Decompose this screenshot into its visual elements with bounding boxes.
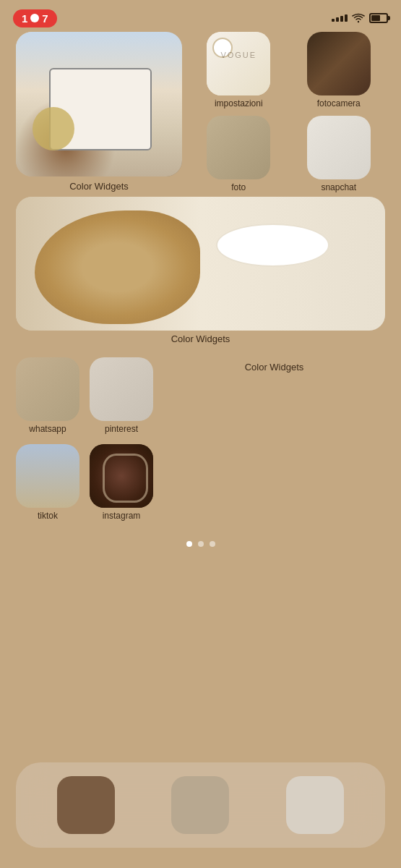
battery-icon <box>369 13 388 23</box>
row-1: Color Widgets impostazioni fotocamera <box>16 32 385 192</box>
app-icon-snapchat[interactable] <box>307 116 371 179</box>
signal-bar-4 <box>345 14 348 22</box>
fotocamera-image <box>307 32 371 95</box>
foto-image <box>207 116 270 179</box>
large-widget-container[interactable]: Color Widgets <box>163 357 385 373</box>
app-cell-impostazioni[interactable]: impostazioni <box>192 32 285 109</box>
medium-widget-label: Color Widgets <box>16 333 385 344</box>
dog-coffee-image <box>16 197 385 331</box>
app-cell-instagram[interactable]: instagram <box>90 444 153 521</box>
app-cell-fotocamera[interactable]: fotocamera <box>293 32 386 109</box>
home-screen: Color Widgets impostazioni fotocamera <box>0 32 401 547</box>
page-dot-1[interactable] <box>186 541 192 547</box>
app-label-pinterest: pinterest <box>105 424 138 434</box>
app-cell-whatsapp[interactable]: whatsapp <box>16 357 79 434</box>
big-widget-image <box>16 32 182 176</box>
svg-point-0 <box>358 21 359 22</box>
app-cell-foto[interactable]: foto <box>192 116 285 192</box>
app-cell-tiktok[interactable]: tiktok <box>16 444 79 521</box>
app-label-foto: foto <box>231 182 246 192</box>
impostazioni-bg <box>207 32 270 95</box>
battery-fill <box>371 15 380 21</box>
left-app-columns: whatsapp pinterest tiktok <box>16 357 153 521</box>
tiktok-image <box>16 444 79 508</box>
app-icon-pinterest[interactable] <box>90 357 153 421</box>
app-cell-snapchat[interactable]: snapchat <box>293 116 386 192</box>
dock-icon-2[interactable] <box>171 776 229 834</box>
instagram-image <box>90 444 153 508</box>
app-cell-pinterest[interactable]: pinterest <box>90 357 153 434</box>
signal-bar-3 <box>340 16 343 22</box>
app-label-snapchat: snapchat <box>321 182 356 192</box>
big-color-widget[interactable]: Color Widgets <box>16 32 182 192</box>
large-widget-label: Color Widgets <box>163 362 385 373</box>
app-label-impostazioni: impostazioni <box>215 98 263 109</box>
app-label-tiktok: tiktok <box>38 511 58 521</box>
snapchat-image <box>307 116 371 179</box>
page-dot-2[interactable] <box>198 541 204 547</box>
pinterest-image <box>90 357 153 421</box>
signal-bar-1 <box>332 19 335 22</box>
dock-icon-1[interactable] <box>57 776 115 834</box>
record-indicator: 1 7 <box>13 9 57 27</box>
app-icon-instagram[interactable] <box>90 444 153 508</box>
app-icon-fotocamera[interactable] <box>307 32 371 95</box>
medium-widget-image <box>16 197 385 331</box>
signal-bars-icon <box>332 14 348 22</box>
signal-bar-2 <box>336 17 339 22</box>
impostazioni-coffee <box>212 38 233 58</box>
status-left: 1 7 <box>13 9 57 27</box>
app-label-whatsapp: whatsapp <box>29 424 66 434</box>
record-number-left: 1 <box>22 12 27 25</box>
app-label-instagram: instagram <box>103 511 141 521</box>
record-dot <box>30 14 39 22</box>
big-widget-label: Color Widgets <box>16 181 182 192</box>
wifi-icon <box>352 13 365 23</box>
app-icon-foto[interactable] <box>207 116 270 179</box>
icon-grid-top-right: impostazioni fotocamera foto <box>192 32 385 192</box>
app-row-bottom: tiktok instagram <box>16 444 153 521</box>
status-right <box>332 13 388 23</box>
page-indicators <box>16 541 385 547</box>
app-icon-impostazioni[interactable] <box>207 32 270 95</box>
status-bar: 1 7 <box>0 0 401 32</box>
app-icon-whatsapp[interactable] <box>16 357 79 421</box>
app-icon-tiktok[interactable] <box>16 444 79 508</box>
medium-widget-container[interactable]: Color Widgets <box>16 197 385 344</box>
app-label-fotocamera: fotocamera <box>317 98 361 109</box>
dock <box>16 762 385 848</box>
laptop-coffee-image <box>16 32 182 176</box>
row-3: whatsapp pinterest tiktok <box>16 357 385 521</box>
app-row-top: whatsapp pinterest <box>16 357 153 434</box>
record-number-right: 7 <box>42 12 48 25</box>
page-dot-3[interactable] <box>210 541 215 547</box>
dock-icon-3[interactable] <box>286 776 344 834</box>
whatsapp-image <box>16 357 79 421</box>
